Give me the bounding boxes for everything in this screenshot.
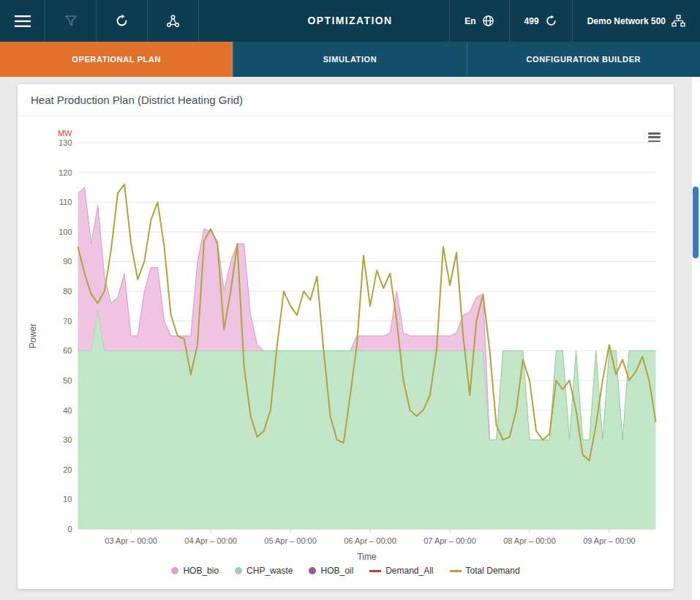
chart-canvas[interactable]: 0102030405060708090100110120130MW03 Apr … bbox=[23, 128, 668, 564]
legend-label: Total Demand bbox=[466, 566, 520, 576]
tab-configuration-builder[interactable]: CONFIGURATION BUILDER bbox=[467, 42, 700, 77]
legend-item[interactable]: HOB_oil bbox=[309, 566, 353, 576]
svg-text:130: 130 bbox=[59, 138, 72, 147]
progress-circle-button[interactable] bbox=[97, 0, 148, 42]
card-title: Heat Production Plan (District Heating G… bbox=[18, 84, 674, 116]
svg-text:60: 60 bbox=[63, 346, 72, 355]
legend-item[interactable]: HOB_bio bbox=[171, 566, 219, 576]
svg-text:06 Apr – 00:00: 06 Apr – 00:00 bbox=[344, 536, 396, 545]
svg-text:08 Apr – 00:00: 08 Apr – 00:00 bbox=[503, 536, 556, 545]
svg-text:MW: MW bbox=[58, 129, 72, 138]
svg-text:70: 70 bbox=[63, 317, 72, 326]
filter-button[interactable] bbox=[45, 0, 97, 42]
menu-bar-icon bbox=[648, 140, 661, 143]
heat-production-plan-card: Heat Production Plan (District Heating G… bbox=[18, 84, 674, 589]
svg-text:0: 0 bbox=[67, 525, 72, 533]
chart-legend: HOB_bioCHP_wasteHOB_oilDemand_AllTotal D… bbox=[23, 564, 668, 583]
credits-counter[interactable]: 499 bbox=[509, 0, 572, 42]
svg-text:50: 50 bbox=[63, 376, 72, 385]
topology-icon bbox=[166, 15, 180, 28]
legend-item[interactable]: CHP_waste bbox=[235, 566, 293, 576]
language-selector[interactable]: En bbox=[449, 0, 508, 42]
tab-simulation[interactable]: SIMULATION bbox=[233, 42, 466, 77]
legend-label: Demand_All bbox=[385, 566, 433, 576]
svg-text:40: 40 bbox=[63, 406, 72, 415]
tab-operational-plan[interactable]: OPERATIONAL PLAN bbox=[0, 42, 233, 77]
network-name: Demo Network 500 bbox=[587, 16, 666, 26]
svg-text:80: 80 bbox=[63, 287, 72, 296]
legend-label: HOB_bio bbox=[183, 566, 219, 576]
svg-text:20: 20 bbox=[63, 465, 72, 474]
tab-bar: OPERATIONAL PLAN SIMULATION CONFIGURATIO… bbox=[0, 42, 700, 77]
menu-bar-icon bbox=[648, 132, 661, 135]
scrollbar[interactable] bbox=[691, 77, 700, 600]
svg-text:Time: Time bbox=[357, 552, 377, 562]
legend-line-marker bbox=[369, 570, 381, 572]
legend-item[interactable]: Demand_All bbox=[369, 566, 433, 576]
legend-label: CHP_waste bbox=[246, 566, 293, 576]
chart-context-menu-button[interactable] bbox=[648, 132, 661, 142]
topology-button[interactable] bbox=[148, 0, 199, 42]
svg-text:90: 90 bbox=[63, 257, 72, 266]
credits-value: 499 bbox=[524, 16, 539, 26]
svg-text:09 Apr – 00:00: 09 Apr – 00:00 bbox=[583, 536, 636, 545]
svg-text:03 Apr – 00:00: 03 Apr – 00:00 bbox=[105, 536, 157, 545]
svg-text:100: 100 bbox=[59, 228, 72, 236]
legend-dot-marker bbox=[171, 567, 178, 574]
sitemap-icon bbox=[671, 15, 685, 27]
svg-text:30: 30 bbox=[63, 435, 72, 444]
top-bar: OPTIMIZATION En 499 Demo Network 500 bbox=[0, 0, 700, 42]
svg-text:10: 10 bbox=[63, 495, 72, 503]
chart-area: 0102030405060708090100110120130MW03 Apr … bbox=[18, 116, 674, 589]
svg-text:05 Apr – 00:00: 05 Apr – 00:00 bbox=[264, 536, 317, 545]
network-selector[interactable]: Demo Network 500 bbox=[572, 0, 700, 42]
progress-circle-icon bbox=[115, 14, 129, 28]
svg-text:04 Apr – 00:00: 04 Apr – 00:00 bbox=[184, 536, 237, 545]
scrollbar-thumb[interactable] bbox=[693, 187, 699, 258]
legend-item[interactable]: Total Demand bbox=[450, 566, 520, 576]
svg-text:07 Apr – 00:00: 07 Apr – 00:00 bbox=[424, 536, 476, 545]
language-label: En bbox=[464, 16, 475, 26]
legend-line-marker bbox=[450, 570, 462, 572]
hamburger-menu-button[interactable] bbox=[0, 0, 45, 42]
legend-dot-marker bbox=[309, 567, 316, 574]
svg-text:Power: Power bbox=[28, 323, 38, 348]
menu-bar-icon bbox=[648, 136, 661, 138]
svg-text:120: 120 bbox=[59, 168, 72, 177]
hamburger-icon bbox=[14, 15, 31, 28]
top-bar-right: En 499 Demo Network 500 bbox=[449, 0, 700, 42]
globe-icon bbox=[482, 15, 494, 27]
main-content: Heat Production Plan (District Heating G… bbox=[0, 77, 700, 589]
svg-text:110: 110 bbox=[59, 198, 72, 206]
legend-dot-marker bbox=[235, 567, 242, 574]
legend-label: HOB_oil bbox=[320, 566, 353, 576]
filter-icon bbox=[64, 15, 78, 27]
refresh-icon bbox=[545, 15, 557, 27]
